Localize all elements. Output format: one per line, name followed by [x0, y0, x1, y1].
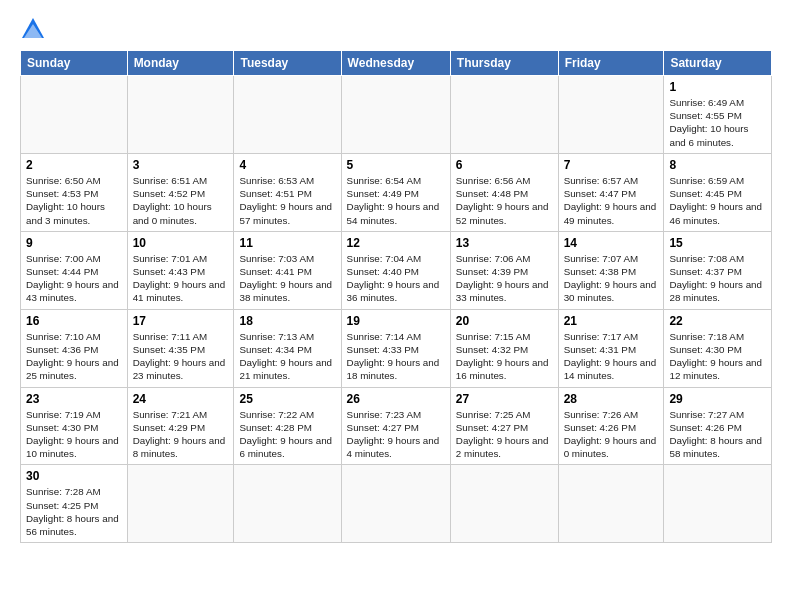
day-number: 16	[26, 314, 122, 328]
day-number: 2	[26, 158, 122, 172]
calendar-cell	[127, 76, 234, 154]
week-row-5: 30Sunrise: 7:28 AM Sunset: 4:25 PM Dayli…	[21, 465, 772, 543]
week-row-3: 16Sunrise: 7:10 AM Sunset: 4:36 PM Dayli…	[21, 309, 772, 387]
day-number: 22	[669, 314, 766, 328]
day-info: Sunrise: 7:10 AM Sunset: 4:36 PM Dayligh…	[26, 331, 119, 382]
day-info: Sunrise: 7:15 AM Sunset: 4:32 PM Dayligh…	[456, 331, 549, 382]
day-info: Sunrise: 7:22 AM Sunset: 4:28 PM Dayligh…	[239, 409, 332, 460]
week-row-2: 9Sunrise: 7:00 AM Sunset: 4:44 PM Daylig…	[21, 231, 772, 309]
day-info: Sunrise: 7:11 AM Sunset: 4:35 PM Dayligh…	[133, 331, 226, 382]
day-info: Sunrise: 6:50 AM Sunset: 4:53 PM Dayligh…	[26, 175, 105, 226]
day-number: 27	[456, 392, 553, 406]
logo-text	[20, 16, 46, 42]
day-info: Sunrise: 7:21 AM Sunset: 4:29 PM Dayligh…	[133, 409, 226, 460]
calendar-cell: 2Sunrise: 6:50 AM Sunset: 4:53 PM Daylig…	[21, 153, 128, 231]
day-info: Sunrise: 6:56 AM Sunset: 4:48 PM Dayligh…	[456, 175, 549, 226]
calendar-table: SundayMondayTuesdayWednesdayThursdayFrid…	[20, 50, 772, 543]
calendar-cell	[234, 465, 341, 543]
day-number: 19	[347, 314, 445, 328]
calendar-cell: 26Sunrise: 7:23 AM Sunset: 4:27 PM Dayli…	[341, 387, 450, 465]
calendar-cell: 27Sunrise: 7:25 AM Sunset: 4:27 PM Dayli…	[450, 387, 558, 465]
day-info: Sunrise: 7:27 AM Sunset: 4:26 PM Dayligh…	[669, 409, 762, 460]
day-info: Sunrise: 6:53 AM Sunset: 4:51 PM Dayligh…	[239, 175, 332, 226]
calendar-cell: 4Sunrise: 6:53 AM Sunset: 4:51 PM Daylig…	[234, 153, 341, 231]
day-number: 4	[239, 158, 335, 172]
calendar-cell	[341, 465, 450, 543]
calendar-cell	[558, 76, 664, 154]
weekday-header-thursday: Thursday	[450, 51, 558, 76]
day-number: 6	[456, 158, 553, 172]
day-info: Sunrise: 6:57 AM Sunset: 4:47 PM Dayligh…	[564, 175, 657, 226]
day-info: Sunrise: 7:26 AM Sunset: 4:26 PM Dayligh…	[564, 409, 657, 460]
day-number: 3	[133, 158, 229, 172]
day-info: Sunrise: 7:01 AM Sunset: 4:43 PM Dayligh…	[133, 253, 226, 304]
day-number: 17	[133, 314, 229, 328]
calendar-cell: 18Sunrise: 7:13 AM Sunset: 4:34 PM Dayli…	[234, 309, 341, 387]
day-number: 10	[133, 236, 229, 250]
calendar-cell: 28Sunrise: 7:26 AM Sunset: 4:26 PM Dayli…	[558, 387, 664, 465]
day-info: Sunrise: 7:04 AM Sunset: 4:40 PM Dayligh…	[347, 253, 440, 304]
calendar-cell	[21, 76, 128, 154]
day-info: Sunrise: 7:07 AM Sunset: 4:38 PM Dayligh…	[564, 253, 657, 304]
calendar-cell: 25Sunrise: 7:22 AM Sunset: 4:28 PM Dayli…	[234, 387, 341, 465]
day-number: 1	[669, 80, 766, 94]
logo-triangle-icon	[20, 16, 46, 42]
calendar-cell: 13Sunrise: 7:06 AM Sunset: 4:39 PM Dayli…	[450, 231, 558, 309]
day-info: Sunrise: 7:08 AM Sunset: 4:37 PM Dayligh…	[669, 253, 762, 304]
week-row-4: 23Sunrise: 7:19 AM Sunset: 4:30 PM Dayli…	[21, 387, 772, 465]
day-number: 25	[239, 392, 335, 406]
day-number: 9	[26, 236, 122, 250]
calendar-cell: 23Sunrise: 7:19 AM Sunset: 4:30 PM Dayli…	[21, 387, 128, 465]
calendar-cell	[234, 76, 341, 154]
calendar-cell: 20Sunrise: 7:15 AM Sunset: 4:32 PM Dayli…	[450, 309, 558, 387]
day-number: 20	[456, 314, 553, 328]
calendar-cell: 24Sunrise: 7:21 AM Sunset: 4:29 PM Dayli…	[127, 387, 234, 465]
calendar-cell	[664, 465, 772, 543]
day-number: 7	[564, 158, 659, 172]
calendar-cell: 3Sunrise: 6:51 AM Sunset: 4:52 PM Daylig…	[127, 153, 234, 231]
day-info: Sunrise: 7:23 AM Sunset: 4:27 PM Dayligh…	[347, 409, 440, 460]
calendar-cell: 1Sunrise: 6:49 AM Sunset: 4:55 PM Daylig…	[664, 76, 772, 154]
day-info: Sunrise: 6:51 AM Sunset: 4:52 PM Dayligh…	[133, 175, 212, 226]
weekday-header-tuesday: Tuesday	[234, 51, 341, 76]
day-info: Sunrise: 7:17 AM Sunset: 4:31 PM Dayligh…	[564, 331, 657, 382]
calendar-cell: 21Sunrise: 7:17 AM Sunset: 4:31 PM Dayli…	[558, 309, 664, 387]
calendar-cell: 7Sunrise: 6:57 AM Sunset: 4:47 PM Daylig…	[558, 153, 664, 231]
day-number: 15	[669, 236, 766, 250]
page: SundayMondayTuesdayWednesdayThursdayFrid…	[0, 0, 792, 553]
calendar-cell: 5Sunrise: 6:54 AM Sunset: 4:49 PM Daylig…	[341, 153, 450, 231]
day-info: Sunrise: 7:18 AM Sunset: 4:30 PM Dayligh…	[669, 331, 762, 382]
day-number: 5	[347, 158, 445, 172]
day-number: 26	[347, 392, 445, 406]
calendar-cell	[558, 465, 664, 543]
day-info: Sunrise: 7:14 AM Sunset: 4:33 PM Dayligh…	[347, 331, 440, 382]
day-number: 30	[26, 469, 122, 483]
calendar-cell: 16Sunrise: 7:10 AM Sunset: 4:36 PM Dayli…	[21, 309, 128, 387]
calendar-cell: 22Sunrise: 7:18 AM Sunset: 4:30 PM Dayli…	[664, 309, 772, 387]
calendar-cell: 6Sunrise: 6:56 AM Sunset: 4:48 PM Daylig…	[450, 153, 558, 231]
day-number: 12	[347, 236, 445, 250]
calendar-cell: 11Sunrise: 7:03 AM Sunset: 4:41 PM Dayli…	[234, 231, 341, 309]
week-row-1: 2Sunrise: 6:50 AM Sunset: 4:53 PM Daylig…	[21, 153, 772, 231]
calendar-cell: 15Sunrise: 7:08 AM Sunset: 4:37 PM Dayli…	[664, 231, 772, 309]
weekday-header-row: SundayMondayTuesdayWednesdayThursdayFrid…	[21, 51, 772, 76]
day-number: 28	[564, 392, 659, 406]
calendar-cell: 12Sunrise: 7:04 AM Sunset: 4:40 PM Dayli…	[341, 231, 450, 309]
day-info: Sunrise: 6:59 AM Sunset: 4:45 PM Dayligh…	[669, 175, 762, 226]
header	[20, 16, 772, 42]
day-info: Sunrise: 7:00 AM Sunset: 4:44 PM Dayligh…	[26, 253, 119, 304]
calendar-cell: 19Sunrise: 7:14 AM Sunset: 4:33 PM Dayli…	[341, 309, 450, 387]
calendar-cell: 14Sunrise: 7:07 AM Sunset: 4:38 PM Dayli…	[558, 231, 664, 309]
day-number: 11	[239, 236, 335, 250]
calendar-cell: 29Sunrise: 7:27 AM Sunset: 4:26 PM Dayli…	[664, 387, 772, 465]
day-info: Sunrise: 7:19 AM Sunset: 4:30 PM Dayligh…	[26, 409, 119, 460]
weekday-header-friday: Friday	[558, 51, 664, 76]
logo-icon	[20, 16, 46, 42]
day-info: Sunrise: 7:28 AM Sunset: 4:25 PM Dayligh…	[26, 486, 119, 537]
day-number: 21	[564, 314, 659, 328]
day-number: 13	[456, 236, 553, 250]
logo	[20, 16, 46, 42]
calendar-cell	[450, 76, 558, 154]
weekday-header-monday: Monday	[127, 51, 234, 76]
day-number: 24	[133, 392, 229, 406]
